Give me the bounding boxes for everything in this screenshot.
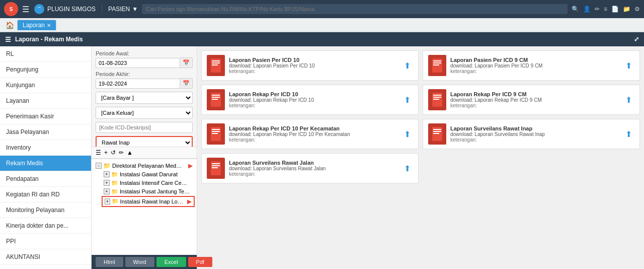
report-action-3[interactable]: ⬆ bbox=[622, 94, 634, 106]
sidebar-item-kunjungan[interactable]: Kunjungan bbox=[0, 78, 91, 93]
sidebar-item-jasa-pelayanan[interactable]: Jasa Pelayanan bbox=[0, 124, 91, 140]
svg-rect-26 bbox=[212, 163, 220, 164]
tree-up-icon[interactable]: ▲ bbox=[127, 149, 133, 156]
report-title-2: Laporan Rekap Per ICD 10 bbox=[229, 91, 397, 97]
tab-laporan[interactable]: Laporan ✕ bbox=[17, 20, 56, 30]
rawat-inap-select[interactable]: Rawat Inap bbox=[96, 136, 193, 147]
sidebar-item-rekam-medis[interactable]: Rekam Medis bbox=[0, 156, 91, 171]
sidebar-item-kegiatan-ri[interactable]: Kegiatan RI dan RD bbox=[0, 187, 91, 203]
periode-akhir-input[interactable] bbox=[96, 79, 180, 89]
tree-expand-1[interactable]: + bbox=[104, 171, 110, 177]
export-pdf-button[interactable]: Pdf bbox=[188, 257, 213, 267]
cara-keluar-select[interactable]: [Cara Keluar] bbox=[96, 107, 193, 119]
sidebar-item-pendapatan[interactable]: Pendapatan bbox=[0, 171, 91, 187]
app-branding: PLUGIN SIMGOS bbox=[33, 3, 96, 15]
main-content: RL Pengunjung Kunjungan Layanan Penerima… bbox=[0, 46, 644, 269]
home-button[interactable]: 🏠 bbox=[4, 20, 15, 31]
report-title-5: Laporan Surveilans Rawat Inap bbox=[450, 125, 618, 131]
periode-awal-input[interactable] bbox=[96, 58, 180, 68]
svg-rect-10 bbox=[212, 95, 220, 96]
sidebar-nav: RL Pengunjung Kunjungan Layanan Penerima… bbox=[0, 46, 92, 269]
report-card-5: Laporan Surveilans Rawat Inap download: … bbox=[423, 119, 640, 149]
tree-label-0: Direktorat Pelayanan Medik, Kep... bbox=[112, 163, 183, 169]
sidebar-item-layanan[interactable]: Layanan bbox=[0, 93, 91, 109]
tree-expand-3[interactable]: + bbox=[104, 188, 110, 194]
tree-folder-icon-1: 📁 bbox=[111, 171, 118, 178]
cara-bayar-select[interactable]: [Cara Bayar ] bbox=[96, 92, 193, 104]
tree-add-icon[interactable]: + bbox=[104, 149, 108, 156]
sidebar-item-akuntansi[interactable]: AKUNTANSI bbox=[0, 249, 91, 265]
periode-akhir-calendar-button[interactable]: 📅 bbox=[180, 78, 193, 89]
periode-akhir-input-group: 📅 bbox=[96, 78, 193, 89]
kode-icd-input[interactable] bbox=[96, 122, 193, 133]
tree-item-scroll-icon: ▶ bbox=[187, 198, 192, 205]
tree-scroll-indicator: ▶ bbox=[188, 162, 193, 169]
sidebar-item-rl[interactable]: RL bbox=[0, 46, 91, 62]
tree-expand-2[interactable]: + bbox=[104, 180, 110, 186]
patient-search-input[interactable] bbox=[142, 4, 568, 14]
sidebar-item-inventory[interactable]: Inventory bbox=[0, 140, 91, 156]
section-menu-icon[interactable]: ☰ bbox=[5, 36, 11, 43]
tree-toolbar: ☰ + ↺ ✏ ▲ bbox=[92, 147, 197, 159]
sidebar-item-penerimaan-kasir[interactable]: Penerimaan Kasir bbox=[0, 109, 91, 124]
export-html-button[interactable]: Html bbox=[96, 257, 123, 267]
report-action-4[interactable]: ⬆ bbox=[401, 128, 413, 140]
tree-expand-0[interactable]: - bbox=[96, 163, 102, 169]
report-thumb-4 bbox=[207, 123, 225, 145]
export-excel-button[interactable]: Excel bbox=[156, 257, 186, 267]
tree-item-3[interactable]: + 📁 Instalasi Pusat Jantung Terpadu bbox=[102, 187, 195, 196]
cara-keluar-row: [Cara Keluar] bbox=[96, 107, 193, 119]
tree-label-1: Instalasi Gawat Darurat bbox=[120, 171, 178, 177]
export-word-button[interactable]: Word bbox=[125, 257, 154, 267]
doc-icon[interactable]: 📄 bbox=[611, 6, 619, 13]
report-thumb-6 bbox=[207, 158, 225, 179]
report-keterangan-5: keterangan: bbox=[450, 137, 618, 143]
user-icon[interactable]: 👤 bbox=[583, 6, 591, 13]
pasien-dropdown[interactable]: PASIEN ▼ bbox=[108, 6, 138, 13]
sidebar-item-kinerja[interactable]: Kinerja dokter dan pe... bbox=[0, 218, 91, 234]
report-action-2[interactable]: ⬆ bbox=[401, 94, 413, 106]
export-bar: Html Word Excel Pdf bbox=[92, 255, 197, 269]
menu-icon[interactable]: ☰ bbox=[22, 5, 29, 14]
tree-expand-4[interactable]: + bbox=[105, 198, 110, 205]
expand-icon[interactable]: ⤢ bbox=[634, 36, 639, 43]
report-info-1: Laporan Pasien Per ICD 9 CM download: La… bbox=[450, 57, 618, 74]
divider bbox=[102, 4, 102, 14]
tree-item-4[interactable]: + 📁 Instalasi Rawat Inap Lontara ... ▶ bbox=[102, 196, 195, 207]
filter-panel: Periode Awal: 📅 Periode Akhir: 📅 bbox=[92, 46, 197, 269]
tab-close-button[interactable]: ✕ bbox=[47, 23, 51, 28]
report-keterangan-6: keterangan: bbox=[229, 171, 397, 177]
periode-awal-row: Periode Awal: 📅 bbox=[96, 50, 193, 68]
list-icon[interactable]: ≡ bbox=[604, 6, 607, 13]
sidebar-item-monitoring[interactable]: Monitoring Pelayanan bbox=[0, 203, 91, 218]
sidebar-item-ppi[interactable]: PPI bbox=[0, 234, 91, 249]
sidebar-item-pengunjung[interactable]: Pengunjung bbox=[0, 62, 91, 78]
svg-rect-6 bbox=[433, 60, 441, 61]
tree-item-1[interactable]: + 📁 Instalasi Gawat Darurat bbox=[102, 170, 195, 179]
report-action-1[interactable]: ⬆ bbox=[622, 59, 634, 72]
tree-item-0[interactable]: - 📁 Direktorat Pelayanan Medik, Kep... ▶ bbox=[94, 161, 195, 170]
tree-edit-icon[interactable]: ✏ bbox=[119, 149, 124, 156]
report-action-6[interactable]: ⬆ bbox=[401, 162, 413, 174]
report-download-4: download: Laporan Rekap Per ICD 10 Per K… bbox=[229, 131, 397, 137]
search-icon[interactable]: 🔍 bbox=[572, 6, 579, 13]
report-keterangan-1: keterangan: bbox=[450, 69, 618, 74]
pasien-chevron-icon: ▼ bbox=[132, 6, 138, 13]
app-logo-icon: S bbox=[4, 2, 18, 16]
svg-rect-20 bbox=[212, 133, 218, 134]
edit-icon[interactable]: ✏ bbox=[595, 6, 600, 13]
tree-item-2[interactable]: + 📁 Instalasi Intensif Care Center bbox=[102, 179, 195, 187]
report-download-3: download: Laporan Rekap Per ICD 9 CM bbox=[450, 97, 618, 103]
tree-refresh-icon[interactable]: ↺ bbox=[111, 149, 116, 156]
report-action-5[interactable]: ⬆ bbox=[622, 128, 634, 140]
settings-icon[interactable]: ⚙ bbox=[634, 6, 640, 13]
folder-icon[interactable]: 📁 bbox=[623, 6, 630, 13]
svg-rect-12 bbox=[212, 99, 218, 100]
bird-logo-icon bbox=[33, 3, 45, 15]
periode-awal-calendar-button[interactable]: 📅 bbox=[180, 57, 193, 68]
report-card-4: Laporan Rekap Per ICD 10 Per Kecamatan d… bbox=[201, 119, 419, 149]
periode-akhir-row: Periode Akhir: 📅 bbox=[96, 71, 193, 89]
report-action-0[interactable]: ⬆ bbox=[401, 59, 413, 72]
section-header-left: ☰ Laporan - Rekam Medis bbox=[5, 36, 83, 43]
report-thumb-1 bbox=[428, 55, 446, 76]
